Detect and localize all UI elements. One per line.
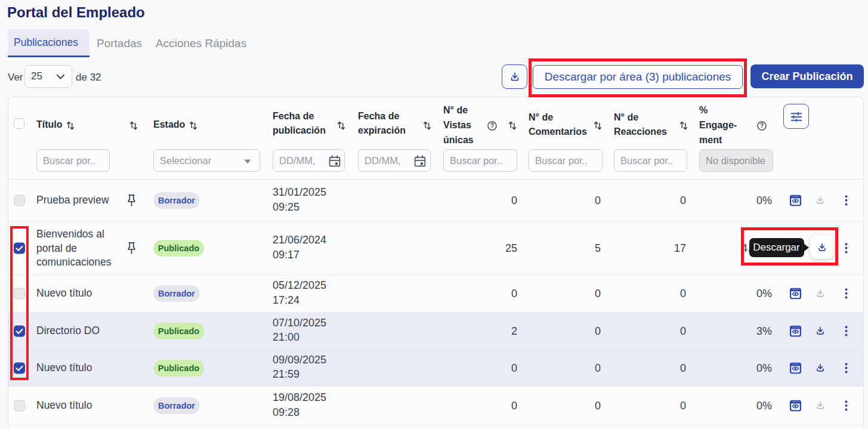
svg-text:?: ? [490,122,494,129]
svg-text:?: ? [760,122,764,129]
